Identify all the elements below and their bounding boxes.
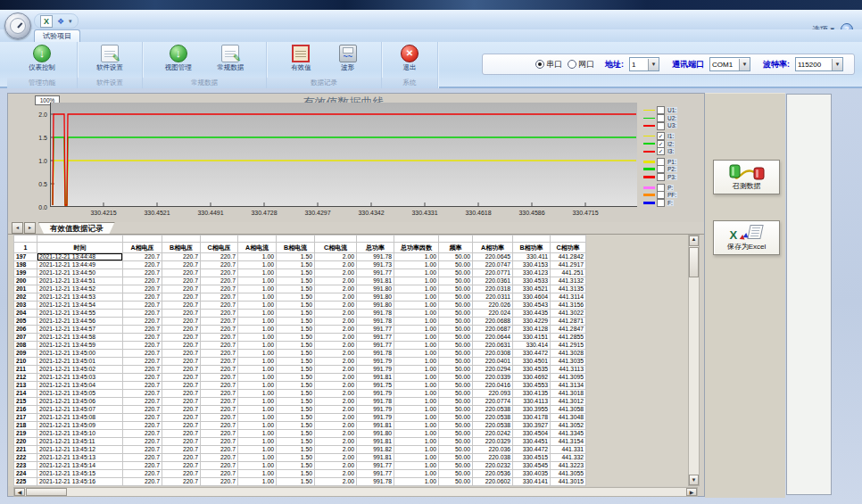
grid-cell[interactable]: 1.00 <box>394 454 439 462</box>
grid-cell[interactable]: 1.00 <box>394 422 439 430</box>
grid-cell[interactable]: 220.7 <box>201 342 238 350</box>
grid-cell[interactable]: 2.00 <box>315 350 357 358</box>
legend-checkbox-u1[interactable] <box>657 106 665 114</box>
sheet-next-button[interactable]: ▸ <box>24 222 36 234</box>
grid-cell[interactable]: 220.0232 <box>473 462 513 470</box>
vertical-scrollbar[interactable]: ▲ ▼ <box>688 235 700 486</box>
grid-cell[interactable]: 220.7 <box>201 293 238 302</box>
grid-cell[interactable]: 2.00 <box>315 261 357 269</box>
grid-cell[interactable]: 330.4692 <box>513 374 551 382</box>
grid-cell[interactable]: 2.00 <box>315 462 357 470</box>
grid-cell[interactable]: 1.00 <box>394 374 439 382</box>
grid-cell[interactable]: 2021-12-21 13:44:50 <box>37 269 123 277</box>
grid-cell[interactable]: 220.7 <box>162 462 201 470</box>
grid-cell[interactable]: 2.00 <box>315 382 357 390</box>
grid-cell[interactable]: 330.4604 <box>513 293 551 302</box>
grid-cell[interactable]: 330.411 <box>513 253 551 261</box>
grid-cell[interactable]: 1.00 <box>238 318 277 326</box>
grid-cell[interactable]: 220.7 <box>201 438 238 446</box>
grid-cell[interactable]: 220.7 <box>201 302 238 310</box>
grid-cell[interactable]: 220.7 <box>123 358 162 366</box>
grid-cell[interactable]: 220.7 <box>123 406 162 414</box>
legend-checkbox-p1[interactable] <box>657 158 665 166</box>
grid-cell[interactable]: 220.7 <box>201 398 238 406</box>
grid-cell[interactable]: 441.2855 <box>551 334 586 342</box>
scroll-up-icon[interactable]: ▲ <box>689 235 699 246</box>
grid-cell[interactable]: 220.0645 <box>473 253 513 261</box>
grid-cell[interactable]: 220.7 <box>201 462 238 470</box>
grid-cell[interactable]: 1.00 <box>394 350 439 358</box>
grid-cell[interactable]: 208 <box>14 342 37 350</box>
grid-cell[interactable]: 1.00 <box>238 261 277 269</box>
grid-cell[interactable]: 441.251 <box>551 269 586 277</box>
grid-cell[interactable]: 991.82 <box>357 446 394 454</box>
grid-cell[interactable]: 50.00 <box>439 326 473 334</box>
grid-cell[interactable]: 1.00 <box>238 390 277 398</box>
grid-cell[interactable]: 50.00 <box>439 293 473 302</box>
grid-cell[interactable]: 220.7 <box>162 277 201 285</box>
address-select[interactable]: 1▼ <box>629 57 659 71</box>
grid-cell[interactable]: 1.50 <box>277 478 315 486</box>
grid-cell[interactable]: 220.7 <box>162 293 201 302</box>
grid-cell[interactable]: 220.7 <box>201 390 238 398</box>
grid-cell[interactable]: 1.50 <box>277 358 315 366</box>
grid-cell[interactable]: 2.00 <box>315 454 357 462</box>
btn-rms-value[interactable]: 有效值 <box>287 42 315 73</box>
column-header[interactable]: C相电流 <box>315 243 357 253</box>
grid-cell[interactable]: 1.00 <box>238 310 277 318</box>
grid-cell[interactable]: 1.50 <box>277 342 315 350</box>
grid-cell[interactable]: 220.7 <box>201 277 238 285</box>
grid-cell[interactable]: 197 <box>14 253 37 261</box>
grid-cell[interactable]: 220.7 <box>162 342 201 350</box>
grid-cell[interactable]: 2.00 <box>315 366 357 374</box>
grid-cell[interactable]: 220.7 <box>162 406 201 414</box>
grid-cell[interactable]: 50.00 <box>439 302 473 310</box>
grid-cell[interactable]: 220.0318 <box>473 285 513 293</box>
grid-cell[interactable]: 1.00 <box>238 358 277 366</box>
grid-cell[interactable]: 1.50 <box>277 318 315 326</box>
grid-cell[interactable]: 991.79 <box>357 366 394 374</box>
grid-cell[interactable]: 220.7 <box>162 302 201 310</box>
grid-cell[interactable]: 441.3012 <box>551 398 586 406</box>
grid-cell[interactable]: 1.50 <box>277 293 315 302</box>
grid-cell[interactable]: 441.3022 <box>551 310 586 318</box>
grid-cell[interactable]: 1.50 <box>277 374 315 382</box>
grid-cell[interactable]: 441.3223 <box>551 462 586 470</box>
grid-cell[interactable]: 1.00 <box>238 302 277 310</box>
grid-cell[interactable]: 50.00 <box>439 269 473 277</box>
grid-cell[interactable]: 1.50 <box>277 446 315 454</box>
grid-cell[interactable]: 2.00 <box>315 342 357 350</box>
grid-cell[interactable]: 1.50 <box>277 277 315 285</box>
grid-cell[interactable]: 222 <box>14 454 37 462</box>
grid-cell[interactable]: 991.77 <box>357 462 394 470</box>
grid-cell[interactable]: 217 <box>14 414 37 422</box>
grid-cell[interactable]: 50.00 <box>439 430 473 438</box>
grid-cell[interactable]: 199 <box>14 269 37 277</box>
grid-cell[interactable]: 220.0644 <box>473 334 513 342</box>
grid-cell[interactable]: 2.00 <box>315 326 357 334</box>
grid-cell[interactable]: 220.7 <box>162 430 201 438</box>
grid-cell[interactable]: 2.00 <box>315 293 357 302</box>
grid-cell[interactable]: 220.7 <box>201 446 238 454</box>
grid-cell[interactable]: 1.00 <box>238 478 277 486</box>
grid-cell[interactable]: 220.036 <box>473 446 513 454</box>
grid-cell[interactable]: 2021-12-21 13:45:14 <box>37 462 123 470</box>
grid-cell[interactable]: 220.7 <box>123 253 162 261</box>
grid-cell[interactable]: 1.00 <box>394 334 439 342</box>
column-header[interactable]: 时间 <box>37 243 123 253</box>
grid-cell[interactable]: 220.0631 <box>473 342 513 350</box>
grid-cell[interactable]: 211 <box>14 366 37 374</box>
grid-cell[interactable]: 441.3132 <box>551 277 586 285</box>
grid-cell[interactable]: 1.00 <box>394 414 439 422</box>
grid-cell[interactable]: 50.00 <box>439 318 473 326</box>
grid-cell[interactable]: 220.7 <box>201 358 238 366</box>
grid-cell[interactable]: 1.00 <box>238 470 277 478</box>
btn-regular-data[interactable]: 常规数据 <box>213 42 247 73</box>
radio-serial-port[interactable]: 串口 <box>535 59 562 70</box>
grid-cell[interactable]: 220.7 <box>162 261 201 269</box>
grid-cell[interactable]: 200 <box>14 277 37 285</box>
grid-cell[interactable]: 1.50 <box>277 366 315 374</box>
btn-waveform[interactable]: 波形 <box>336 42 361 73</box>
grid-cell[interactable]: 441.332 <box>551 454 586 462</box>
column-header[interactable]: A相功率 <box>473 243 513 253</box>
